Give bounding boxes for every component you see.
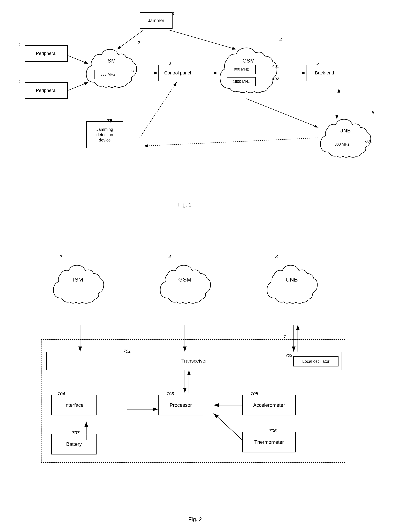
transceiver-box: Transceiver Local oscillator 702 [46,352,342,370]
fig2-ism-label: ISM [73,276,83,283]
fig2-label: Fig. 2 [174,516,216,522]
transceiver-ref: 701 [123,349,131,354]
thermometer-ref: 706 [269,428,277,434]
control-panel-ref: 3 [168,61,171,66]
accelerometer-box: Accelerometer [242,395,296,415]
battery-label: Battery [66,441,82,447]
svg-line-10 [140,82,177,138]
fig2-unb-cloud: UNB [263,257,320,308]
control-panel-box: Control panel [158,65,197,81]
fig2-ism-cloud: ISM [49,257,107,308]
fig2-gsm-ref: 4 [168,254,171,259]
thermometer-label: Thermometer [254,439,284,445]
fig2-unb-ref: 8 [275,254,278,259]
backend-box: Back-end [306,65,343,81]
gsm-cloud: GSM 900 MHz 401 1800 MHz 402 [216,38,281,100]
transceiver-label: Transceiver [181,358,207,364]
fig2-gsm-cloud: GSM [156,257,214,308]
jammer-box: Jammer [140,12,173,29]
jamming-label: Jamming detection device [96,127,113,143]
gsm-cloud-label: GSM [242,57,255,64]
ism-inner-box: 868 MHz [94,70,121,79]
device-ref: 7 [283,334,286,340]
ism-cloud-label: ISM [106,57,116,64]
unb-cloud: UNB 868 MHz 801 [316,111,374,162]
gsm-inner1-box: 900 MHz [227,65,256,74]
svg-line-13 [247,99,318,127]
unb-inner-ref: 801 [365,139,372,143]
gsm-inner1-ref: 401 [272,64,279,68]
unb-cloud-ref: 8 [372,110,374,115]
unb-cloud-label: UNB [339,127,351,134]
local-osc-ref: 702 [285,353,292,358]
fig2-unb-label: UNB [285,276,298,283]
interface-ref: 704 [57,391,65,397]
gsm-cloud-ref: 4 [279,37,282,42]
peripheral1-label: Peripheral [36,51,56,56]
jamming-box: Jamming detection device [86,121,123,148]
peripheral2-box: Peripheral [25,82,68,99]
accelerometer-ref: 705 [251,391,258,397]
ism-inner-ref: 201 [131,69,138,73]
peripheral2-ref: 1 [18,79,21,85]
accelerometer-label: Accelerometer [253,402,285,408]
svg-line-14 [144,138,318,146]
control-panel-label: Control panel [164,70,191,76]
jammer-ref: 6 [172,11,174,17]
peripheral1-box: Peripheral [25,45,68,62]
fig2-ism-ref: 2 [60,254,62,259]
processor-box: Processor [158,395,203,415]
processor-label: Processor [170,402,192,408]
fig2-gsm-label: GSM [178,276,192,283]
backend-ref: 5 [316,61,319,66]
interface-box: Interface [51,395,97,415]
ism-cloud: ISM 868 MHz 201 [82,41,140,93]
backend-label: Back-end [315,70,334,76]
gsm-inner2-box: 1800 MHz [227,77,256,86]
battery-ref: 707 [72,430,80,436]
local-osc-box: Local oscillator [293,356,338,366]
processor-ref: 703 [166,391,174,397]
fig1-label: Fig. 1 [164,201,205,208]
jammer-label: Jammer [148,18,164,23]
battery-box: Battery [51,434,97,455]
peripheral2-label: Peripheral [36,88,56,93]
jamming-ref: 7 [107,118,109,124]
peripheral1-ref: 1 [18,42,21,48]
thermometer-box: Thermometer [242,432,296,452]
unb-inner-box: 868 MHz [329,140,355,149]
gsm-inner2-ref: 402 [272,77,279,81]
ism-cloud-ref: 2 [138,40,140,46]
interface-label: Interface [64,402,83,408]
